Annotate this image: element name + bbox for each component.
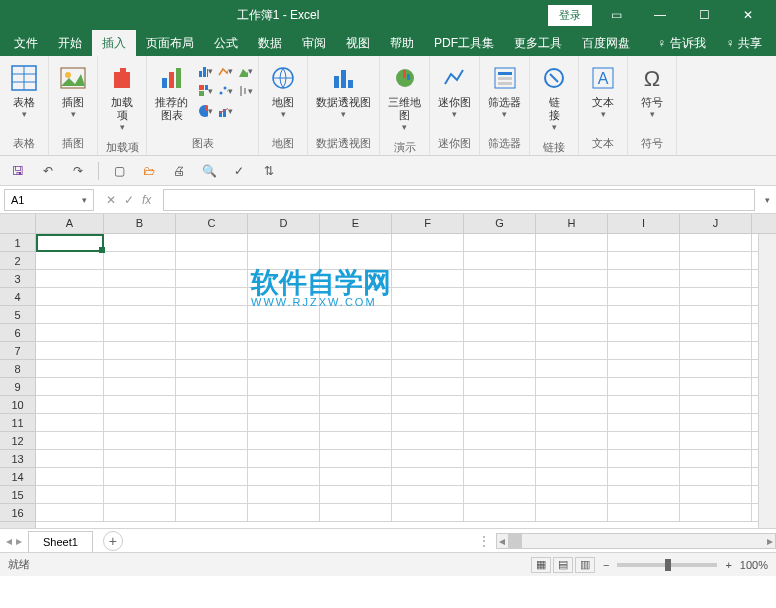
cell[interactable]: [680, 468, 752, 485]
cell[interactable]: [608, 342, 680, 359]
next-sheet-icon[interactable]: ▸: [16, 534, 22, 548]
cell[interactable]: [392, 306, 464, 323]
ribbon-display-icon[interactable]: ▭: [596, 1, 636, 29]
cell[interactable]: [36, 504, 104, 521]
scroll-right-icon[interactable]: ▸: [765, 534, 775, 548]
share-button[interactable]: ♀ 共享: [716, 30, 772, 57]
symbols-button[interactable]: Ω符号▾: [630, 60, 674, 121]
cell[interactable]: [392, 504, 464, 521]
cell[interactable]: [248, 432, 320, 449]
cell[interactable]: [104, 396, 176, 413]
recommended-charts-button[interactable]: 推荐的 图表: [149, 60, 194, 124]
cell[interactable]: [320, 468, 392, 485]
select-all-corner[interactable]: [0, 214, 36, 233]
cell[interactable]: [464, 324, 536, 341]
3dmap-button[interactable]: 三维地 图▾: [382, 60, 427, 134]
tab-pdf[interactable]: PDF工具集: [424, 30, 504, 57]
bar-chart-icon[interactable]: ▾: [197, 63, 213, 79]
maps-button[interactable]: 地图▾: [261, 60, 305, 121]
cell[interactable]: [608, 468, 680, 485]
sort-icon[interactable]: ⇅: [259, 161, 279, 181]
cell[interactable]: [176, 342, 248, 359]
cell[interactable]: [36, 252, 104, 269]
cell[interactable]: [680, 270, 752, 287]
cell[interactable]: [320, 378, 392, 395]
tab-file[interactable]: 文件: [4, 30, 48, 57]
cell[interactable]: [104, 486, 176, 503]
cell[interactable]: [320, 486, 392, 503]
minimize-icon[interactable]: —: [640, 1, 680, 29]
expand-formula-icon[interactable]: ▾: [759, 195, 776, 205]
cell[interactable]: [320, 324, 392, 341]
row-header[interactable]: 15: [0, 486, 35, 504]
cell[interactable]: [392, 234, 464, 251]
combo-chart-icon[interactable]: ▾: [217, 103, 233, 119]
redo-icon[interactable]: ↷: [68, 161, 88, 181]
cell[interactable]: [536, 504, 608, 521]
row-header[interactable]: 13: [0, 450, 35, 468]
cell[interactable]: [320, 234, 392, 251]
name-box[interactable]: A1▾: [4, 189, 94, 211]
cell[interactable]: [36, 486, 104, 503]
cell[interactable]: [320, 288, 392, 305]
cell[interactable]: [36, 432, 104, 449]
column-header[interactable]: B: [104, 214, 176, 233]
tab-baidu[interactable]: 百度网盘: [572, 30, 640, 57]
cell[interactable]: [680, 234, 752, 251]
zoom-in-button[interactable]: +: [725, 559, 731, 571]
cell[interactable]: [680, 504, 752, 521]
formula-input[interactable]: [163, 189, 755, 211]
cell[interactable]: [248, 504, 320, 521]
cell[interactable]: [608, 414, 680, 431]
cell[interactable]: [176, 324, 248, 341]
row-header[interactable]: 7: [0, 342, 35, 360]
row-header[interactable]: 3: [0, 270, 35, 288]
cell[interactable]: [36, 306, 104, 323]
cell[interactable]: [464, 234, 536, 251]
tab-layout[interactable]: 页面布局: [136, 30, 204, 57]
cell[interactable]: [248, 450, 320, 467]
cell[interactable]: [104, 234, 176, 251]
row-header[interactable]: 6: [0, 324, 35, 342]
print-icon[interactable]: 🖨: [169, 161, 189, 181]
maximize-icon[interactable]: ☐: [684, 1, 724, 29]
cell[interactable]: [536, 270, 608, 287]
row-header[interactable]: 9: [0, 378, 35, 396]
cell[interactable]: [392, 486, 464, 503]
cell[interactable]: [176, 414, 248, 431]
cell[interactable]: [536, 252, 608, 269]
column-header[interactable]: E: [320, 214, 392, 233]
cell[interactable]: [608, 234, 680, 251]
sheet-tab[interactable]: Sheet1: [28, 531, 93, 552]
cell[interactable]: [680, 414, 752, 431]
cell[interactable]: [608, 432, 680, 449]
cell[interactable]: [36, 378, 104, 395]
cell[interactable]: [176, 504, 248, 521]
cell[interactable]: [608, 378, 680, 395]
cell[interactable]: [36, 342, 104, 359]
column-header[interactable]: F: [392, 214, 464, 233]
cell[interactable]: [176, 432, 248, 449]
cell[interactable]: [536, 234, 608, 251]
cell[interactable]: [248, 252, 320, 269]
cell[interactable]: [248, 306, 320, 323]
cell[interactable]: [608, 360, 680, 377]
cell[interactable]: [464, 270, 536, 287]
cell[interactable]: [608, 450, 680, 467]
row-header[interactable]: 12: [0, 432, 35, 450]
cell[interactable]: [320, 450, 392, 467]
illustrations-button[interactable]: 插图▾: [51, 60, 95, 121]
cell[interactable]: [104, 504, 176, 521]
line-chart-icon[interactable]: ▾: [217, 63, 233, 79]
cell[interactable]: [680, 450, 752, 467]
page-break-view-icon[interactable]: ▥: [575, 557, 595, 573]
cell[interactable]: [392, 450, 464, 467]
tab-home[interactable]: 开始: [48, 30, 92, 57]
cell[interactable]: [680, 432, 752, 449]
scatter-chart-icon[interactable]: ▾: [217, 83, 233, 99]
cell[interactable]: [320, 270, 392, 287]
normal-view-icon[interactable]: ▦: [531, 557, 551, 573]
cell[interactable]: [680, 360, 752, 377]
vertical-scrollbar[interactable]: [758, 234, 776, 528]
cell[interactable]: [536, 396, 608, 413]
